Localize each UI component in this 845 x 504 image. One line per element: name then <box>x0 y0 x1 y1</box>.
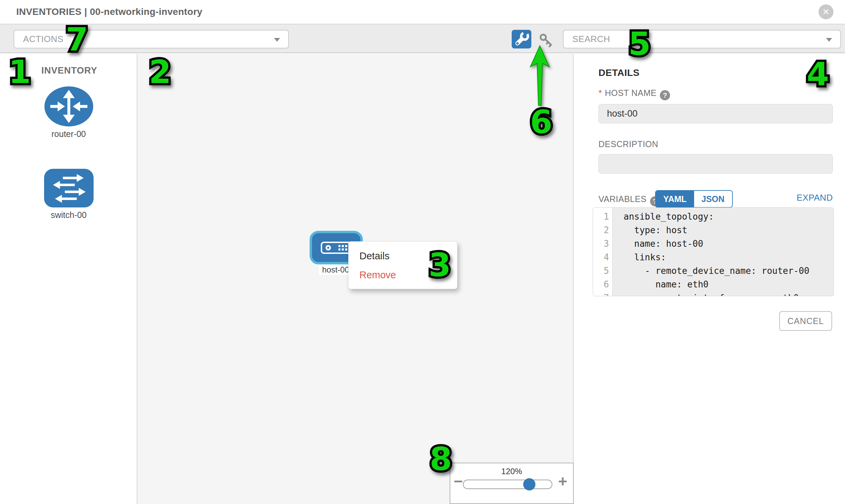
details-panel-title: DETAILS <box>598 68 639 78</box>
description-label: DESCRIPTION <box>598 139 658 149</box>
search-dropdown[interactable]: SEARCH <box>563 30 841 49</box>
description-input[interactable] <box>598 154 833 174</box>
inventory-sidebar: INVENTORY router-00 <box>0 54 137 504</box>
toggle-toolbox-button[interactable] <box>512 30 531 49</box>
details-panel: DETAILS *HOST NAME? DESCRIPTION VARIABLE… <box>575 54 845 504</box>
cancel-button[interactable]: CANCEL <box>779 311 832 331</box>
node-context-menu: Details Remove <box>348 241 457 289</box>
zoom-control-panel: 120% − + <box>450 463 574 504</box>
key-icon[interactable] <box>539 33 553 48</box>
code-line: name: eth0 <box>623 277 833 291</box>
sidebar-item-label: router-00 <box>0 129 137 139</box>
inventory-topology-page: INVENTORIES | 00-networking-inventory ✕ … <box>0 0 845 504</box>
yaml-toggle-button[interactable]: YAML <box>656 191 694 207</box>
json-toggle-button[interactable]: JSON <box>694 191 732 207</box>
sidebar-item-label: switch-00 <box>0 210 137 220</box>
variables-label: VARIABLES <box>598 194 647 204</box>
header-bar: INVENTORIES | 00-networking-inventory ✕ <box>0 0 845 24</box>
variables-row: VARIABLES? YAML JSON EXPAND <box>598 190 833 208</box>
router-icon <box>44 86 93 126</box>
context-menu-item-remove[interactable]: Remove <box>349 265 457 284</box>
zoom-in-button[interactable]: + <box>558 473 567 489</box>
variables-code-editor[interactable]: 1 2 3 4 5 6 7 ansible_topology: type: ho… <box>593 208 834 296</box>
switch-icon <box>44 169 93 208</box>
code-line: name: host-00 <box>623 237 833 251</box>
editor-code-lines: ansible_topology: type: host name: host-… <box>613 208 833 296</box>
search-dropdown-label: SEARCH <box>573 34 610 44</box>
context-menu-item-details[interactable]: Details <box>349 247 457 265</box>
code-line: ansible_topology: <box>623 210 833 223</box>
chevron-down-icon <box>274 38 280 42</box>
wrench-icon <box>512 30 531 49</box>
host-name-label: HOST NAME <box>605 88 657 97</box>
required-asterisk: * <box>598 88 602 98</box>
host-node-label: host-00 <box>319 265 353 275</box>
code-line: links: <box>623 251 833 264</box>
sidebar-item-switch[interactable]: switch-00 <box>0 169 137 220</box>
zoom-level-value: 120% <box>450 467 573 476</box>
zoom-slider-thumb[interactable] <box>523 478 535 490</box>
expand-link[interactable]: EXPAND <box>796 190 833 205</box>
sidebar-title: INVENTORY <box>41 66 97 76</box>
host-name-input[interactable] <box>598 104 833 123</box>
actions-dropdown[interactable]: ACTIONS <box>14 30 289 49</box>
code-line: - remote_device_name: router-00 <box>623 264 833 277</box>
chevron-down-icon <box>826 38 832 42</box>
host-name-label-row: *HOST NAME? <box>598 88 670 100</box>
editor-line-numbers: 1 2 3 4 5 6 7 <box>593 208 613 296</box>
code-line: type: host <box>623 223 833 237</box>
zoom-out-button[interactable]: − <box>454 473 463 489</box>
host-icon <box>321 242 352 254</box>
zoom-slider-track[interactable] <box>463 480 552 489</box>
page-title: INVENTORIES | 00-networking-inventory <box>16 0 203 24</box>
sidebar-item-router[interactable]: router-00 <box>0 86 137 139</box>
variables-format-toggle: YAML JSON <box>655 190 733 208</box>
code-line: remote_interface_name: eth0 <box>623 291 833 296</box>
topology-canvas[interactable]: host-00 Details Remove 120% − + <box>137 54 574 504</box>
close-icon[interactable]: ✕ <box>818 4 833 19</box>
toolbar: ACTIONS SEARCH <box>0 24 845 53</box>
actions-dropdown-label: ACTIONS <box>23 34 64 44</box>
help-icon[interactable]: ? <box>660 90 670 100</box>
